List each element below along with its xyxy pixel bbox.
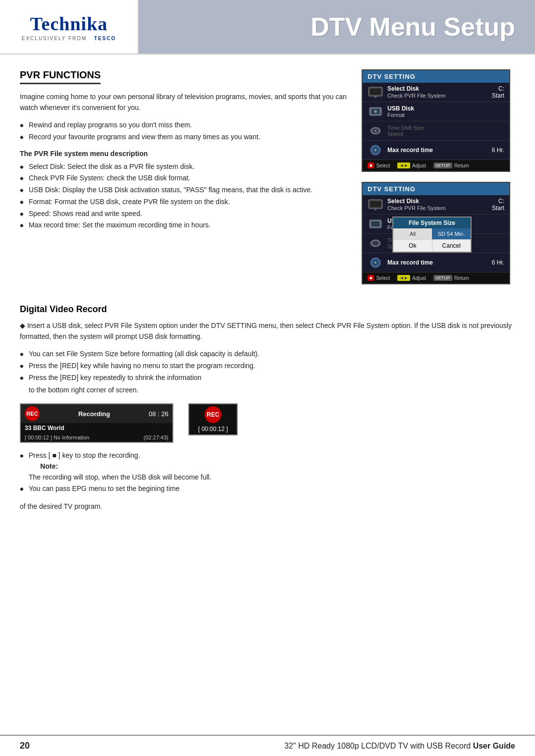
left-column: PVR FUNCTIONS Imagine coming home to you…	[20, 69, 347, 284]
desc-bullet-5: Speed: Shows read and write speed.	[20, 209, 347, 219]
dtv-row-2: USB Disk Format	[363, 102, 509, 121]
dvr-to-corner: to the bottom right corner of screen.	[29, 385, 515, 396]
svg-point-2	[374, 96, 376, 98]
dvr-para-1: ◆ Insert a USB disk, select PVR File Sys…	[20, 321, 515, 342]
dtv-icon-1	[368, 85, 383, 99]
adjust-btn-1: ◄►	[397, 162, 410, 168]
dvr-heading: Digital Video Record	[20, 304, 515, 315]
dtv-box2-footer: ■ Select ◄► Adjust SETUP Return	[363, 272, 509, 283]
dvr-bullet-1: You can set File System Size before form…	[20, 349, 515, 360]
footer-product: 32" HD Ready 1080p LCD/DVD TV with USB R…	[284, 742, 515, 751]
dtv-row-1: Select Disk C: Check PVR File System Sta…	[363, 83, 509, 102]
dtv-box1-header: DTV SETTING	[363, 70, 509, 83]
main-content: PVR FUNCTIONS Imagine coming home to you…	[0, 54, 535, 299]
popup-title: File System Size	[393, 217, 471, 228]
lower-section: Digital Video Record ◆ Insert a USB disk…	[0, 299, 535, 529]
dtv-box2-icon-4	[368, 256, 383, 270]
brand-subtext: EXCLUSIVELY FROM TESCO	[22, 36, 116, 41]
svg-point-14	[374, 209, 376, 211]
pvr-intro: Imagine coming home to your own personal…	[20, 92, 347, 113]
popup-option-sd[interactable]: SD 54 Min.	[432, 228, 471, 239]
page-number: 20	[20, 741, 30, 751]
dtv-box-2: DTV SETTING Select Disk C:	[362, 182, 510, 284]
dvr-bullet-2: Press the [RED] key while having no menu…	[20, 361, 515, 372]
rec-info-right: (02:27:43)	[144, 434, 168, 440]
dtv-box2-icon-3	[368, 236, 383, 250]
rec-badge-small-icon: REC	[205, 406, 221, 423]
dtv-box2-header: DTV SETTING	[363, 183, 509, 195]
dvr-stop-note: Press [ ■ ] key to stop the recording. N…	[20, 450, 515, 483]
rec-time-small: [ 00:00:12 ]	[198, 426, 228, 432]
pvr-sub-heading: The PVR File system menu description	[20, 150, 347, 158]
page-footer: 20 32" HD Ready 1080p LCD/DVD TV with US…	[0, 735, 535, 756]
popup-cancel-button[interactable]: Cancel	[432, 239, 471, 252]
recording-badge-small: REC [ 00:00:12 ]	[188, 403, 238, 435]
pvr-bullets: Rewind and replay programs so you don't …	[20, 120, 347, 142]
select-btn-2: ■	[368, 275, 374, 281]
popup-buttons: Ok Cancel	[393, 239, 471, 252]
rec-title: Recording	[40, 410, 149, 418]
rec-badge-main: REC	[25, 406, 40, 421]
footer-product-bold: User Guide	[473, 742, 515, 750]
rec-time: 08 : 26	[149, 410, 168, 418]
return-btn-1: SETUP	[433, 162, 452, 168]
pvr-bullet-2: Record your favourite programs and view …	[20, 132, 347, 143]
desc-bullet-4: Format: Format the USB disk, create PVR …	[20, 197, 347, 208]
svg-point-5	[374, 110, 377, 113]
dtv-box-1: DTV SETTING Select Disk C:	[362, 69, 510, 172]
dvr-bullet-3: Press the [RED] key repeatedly to shrink…	[20, 373, 515, 383]
svg-point-18	[373, 241, 378, 245]
dtv-box2-row-1: Select Disk C: Check PVR File System Sta…	[363, 195, 509, 215]
pvr-description-bullets: Select Disk: Select the disk as a PVR fi…	[20, 162, 347, 231]
dtv-icon-2	[368, 105, 383, 118]
svg-point-8	[374, 130, 376, 132]
right-column: DTV SETTING Select Disk C:	[362, 69, 515, 284]
dvr-epg-bullet: You can pass EPG menu to set the beginin…	[20, 484, 515, 494]
desc-bullet-6: Max record time: Set the maximum recordi…	[20, 220, 347, 231]
dtv-box2-icon-2	[368, 217, 383, 231]
svg-rect-1	[370, 89, 381, 95]
note-text: The recording will stop, when the USB di…	[29, 472, 515, 483]
svg-rect-13	[370, 201, 381, 207]
recording-bar: REC Recording 08 : 26 33 BBC World [ 00:…	[20, 403, 173, 443]
file-system-popup: File System Size All SD 54 Min. Ok Cance…	[392, 216, 472, 253]
dtv-icon-3	[368, 124, 383, 138]
note-label: Note:	[20, 461, 515, 472]
return-btn-2: SETUP	[433, 275, 452, 281]
svg-point-21	[374, 262, 376, 264]
rec-bar-header: REC Recording 08 : 26	[21, 404, 172, 423]
dtv-row-3: Time Shift Size Speed	[363, 121, 509, 141]
dtv-box1-footer: ■ Select ◄► Adjust SETUP Return	[363, 160, 509, 171]
rec-info-left: [ 00:00:12 ] No Information	[25, 434, 89, 440]
popup-ok-button[interactable]: Ok	[393, 239, 432, 252]
dvr-bullets: You can set File System Size before form…	[20, 349, 515, 383]
dtv-box2-row-4: Max record time 6 Hr.	[363, 253, 509, 272]
page-header: Technika EXCLUSIVELY FROM TESCO DTV Menu…	[0, 0, 535, 54]
popup-option-all[interactable]: All	[393, 228, 432, 239]
brand-logo: Technika	[30, 13, 108, 35]
desc-bullet-2: Check PVR File System: check the USB dis…	[20, 173, 347, 184]
svg-rect-16	[372, 221, 379, 226]
dvr-epg-sub: of the desired TV program.	[20, 501, 515, 512]
pvr-bullet-1: Rewind and replay programs so you don't …	[20, 120, 347, 131]
adjust-btn-2: ◄►	[397, 275, 410, 281]
pvr-heading: PVR FUNCTIONS	[20, 69, 101, 84]
select-btn-1: ■	[368, 162, 374, 168]
header-title-area: DTV Menu Setup	[139, 0, 535, 54]
dtv-row-4: Max record time 6 Hr.	[363, 141, 509, 160]
tesco-logo: TESCO	[94, 36, 116, 41]
dtv-icon-4	[368, 143, 383, 157]
rec-bar-info: [ 00:00:12 ] No Information (02:27:43)	[21, 433, 172, 442]
dvr-stop-bullets: Press [ ■ ] key to stop the recording. N…	[20, 450, 515, 494]
desc-bullet-3: USB Disk: Display the USB Disk activatio…	[20, 185, 347, 196]
dtv-box2-icon-1	[368, 198, 383, 212]
desc-bullet-1: Select Disk: Select the disk as a PVR fi…	[20, 162, 347, 172]
popup-options: All SD 54 Min.	[393, 228, 471, 239]
logo-area: Technika EXCLUSIVELY FROM TESCO	[0, 0, 139, 54]
rec-channel: 33 BBC World	[21, 423, 172, 433]
svg-point-11	[374, 149, 376, 151]
recording-container: REC Recording 08 : 26 33 BBC World [ 00:…	[20, 403, 515, 443]
page-title: DTV Menu Setup	[311, 12, 515, 42]
dtv-box1-body: Select Disk C: Check PVR File System Sta…	[363, 83, 509, 160]
